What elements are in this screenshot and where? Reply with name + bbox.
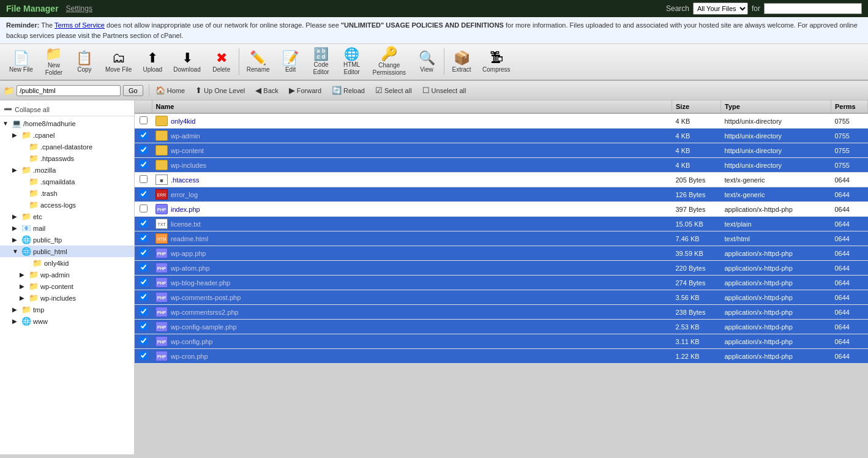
table-row[interactable]: PHP wp-comments-post.php 3.56 KB applica… [135, 290, 868, 305]
new-folder-button[interactable]: 📁 NewFolder [39, 44, 69, 80]
table-row[interactable]: ERR error_log 126 Bytes text/x-generic 0… [135, 187, 868, 202]
table-row[interactable]: only4kid 4 KB httpd/unix-directory 0755 [135, 113, 868, 129]
table-row[interactable]: wp-admin 4 KB httpd/unix-directory 0755 [135, 129, 868, 143]
row-checkbox[interactable] [140, 116, 148, 124]
row-checkbox[interactable] [140, 175, 148, 183]
row-checkbox[interactable] [140, 351, 148, 359]
row-name[interactable]: readme.html [171, 235, 208, 242]
extract-button[interactable]: 📦 Extract [446, 48, 477, 76]
row-name[interactable]: wp-config.php [171, 338, 213, 345]
sidebar-item-www[interactable]: ▶ 🌐 www [0, 315, 134, 327]
upload-button[interactable]: ⬆ Upload [137, 48, 168, 76]
home-button[interactable]: 🏠 Home [151, 84, 189, 97]
sidebar-item-wp-includes[interactable]: ▶ 📁 wp-includes [0, 292, 134, 304]
sidebar-item-root[interactable]: ▼ 💻 /home8/madhurie [0, 118, 134, 129]
compress-button[interactable]: 🗜 Compress [477, 48, 516, 76]
row-checkbox[interactable] [140, 263, 148, 271]
sidebar-item-sqmaildata[interactable]: 📁 .sqmaildata [0, 176, 134, 187]
row-name[interactable]: index.php [171, 206, 200, 213]
download-button[interactable]: ⬇ Download [168, 48, 206, 76]
table-row[interactable]: ◼ .htaccess 205 Bytes text/x-generic 064… [135, 173, 868, 187]
up-one-level-button[interactable]: ⬆ Up One Level [191, 84, 249, 97]
row-checkbox[interactable] [140, 219, 148, 227]
search-input[interactable] [764, 3, 862, 14]
new-file-button[interactable]: 📄 New File [4, 48, 39, 76]
row-name[interactable]: wp-config-sample.php [171, 323, 237, 331]
view-button[interactable]: 🔍 View [411, 48, 442, 76]
search-select[interactable]: All Your Files Public HTML Home Dir [693, 2, 748, 15]
row-checkbox[interactable] [140, 337, 148, 345]
back-button[interactable]: ◀ Back [251, 84, 282, 97]
table-row[interactable]: wp-content 4 KB httpd/unix-directory 075… [135, 143, 868, 158]
row-checkbox[interactable] [140, 322, 148, 330]
row-checkbox[interactable] [140, 278, 148, 286]
go-button[interactable]: Go [123, 85, 143, 96]
code-editor-button[interactable]: 🔡 CodeEditor [306, 45, 337, 79]
table-row[interactable]: PHP wp-config.php 3.11 KB application/x-… [135, 334, 868, 349]
table-row[interactable]: PHP wp-app.php 39.59 KB application/x-ht… [135, 246, 868, 261]
table-row[interactable]: PHP wp-commentsrss2.php 238 Bytes applic… [135, 305, 868, 320]
sidebar-item-public-html[interactable]: ▼ 🌐 public_html [0, 246, 134, 257]
row-name[interactable]: wp-admin [171, 132, 200, 140]
sidebar-item-cpanel[interactable]: ▶ 📁 .cpanel [0, 129, 134, 141]
row-name[interactable]: wp-content [171, 147, 204, 154]
row-name[interactable]: wp-commentsrss2.php [171, 309, 239, 316]
row-checkbox[interactable] [140, 146, 148, 154]
sidebar-item-trash[interactable]: 📁 .trash [0, 187, 134, 199]
row-checkbox[interactable] [140, 307, 148, 315]
row-name[interactable]: license.txt [171, 220, 201, 228]
tos-link[interactable]: Terms of Service [54, 21, 105, 29]
row-checkbox[interactable] [140, 234, 148, 242]
sidebar-item-cpanel-datastore[interactable]: 📁 .cpanel-datastore [0, 141, 134, 152]
row-name[interactable]: wp-cron.php [171, 353, 208, 360]
row-checkbox[interactable] [140, 205, 148, 212]
sidebar-item-htpasswds[interactable]: 📁 .htpasswds [0, 152, 134, 164]
col-type[interactable]: Type [721, 100, 831, 113]
table-row[interactable]: wp-includes 4 KB httpd/unix-directory 07… [135, 158, 868, 173]
table-row[interactable]: HTM readme.html 7.46 KB text/html 0644 [135, 231, 868, 246]
col-name[interactable]: Name [152, 100, 672, 113]
sidebar-item-mail[interactable]: ▶ 📧 mail [0, 222, 134, 234]
table-row[interactable]: PHP index.php 397 Bytes application/x-ht… [135, 202, 868, 217]
html-editor-button[interactable]: 🌐 HTMLEditor [337, 45, 367, 79]
row-name[interactable]: wp-app.php [171, 250, 206, 257]
delete-button[interactable]: ✖ Delete [206, 48, 237, 76]
table-row[interactable]: PHP wp-blog-header.php 274 Bytes applica… [135, 276, 868, 290]
row-checkbox[interactable] [140, 160, 148, 168]
sidebar-item-public-ftp[interactable]: ▶ 🌐 public_ftp [0, 234, 134, 246]
row-name[interactable]: error_log [171, 191, 198, 198]
rename-button[interactable]: ✏️ Rename [241, 48, 275, 76]
edit-button[interactable]: 📝 Edit [275, 48, 306, 76]
settings-link[interactable]: Settings [66, 4, 92, 13]
select-all-button[interactable]: ☑ Select all [371, 84, 416, 97]
table-row[interactable]: PHP wp-config-sample.php 2.53 KB applica… [135, 320, 868, 334]
unselect-all-button[interactable]: ☐ Unselect all [418, 84, 471, 97]
copy-button[interactable]: 📋 Copy [69, 48, 100, 76]
row-name[interactable]: wp-atom.php [171, 265, 210, 272]
forward-button[interactable]: ▶ Forward [285, 84, 326, 97]
reload-button[interactable]: 🔄 Reload [327, 84, 369, 97]
row-name[interactable]: only4kid [171, 118, 195, 125]
row-name[interactable]: wp-includes [171, 162, 206, 169]
path-input[interactable] [17, 85, 121, 96]
change-permissions-button[interactable]: 🔑 ChangePermissions [367, 44, 411, 80]
sidebar-item-tmp[interactable]: ▶ 📁 tmp [0, 304, 134, 315]
table-row[interactable]: PHP wp-atom.php 220 Bytes application/x-… [135, 261, 868, 276]
collapse-all-button[interactable]: ➖ Collapse all [0, 103, 134, 116]
sidebar-item-mozilla[interactable]: ▶ 📁 .mozilla [0, 164, 134, 176]
row-checkbox[interactable] [140, 131, 148, 139]
row-checkbox[interactable] [140, 249, 148, 257]
col-size[interactable]: Size [672, 100, 721, 113]
col-perms[interactable]: Perms [831, 100, 868, 113]
sidebar-item-etc[interactable]: ▶ 📁 etc [0, 211, 134, 222]
table-row[interactable]: PHP wp-cron.php 1.22 KB application/x-ht… [135, 349, 868, 364]
row-name[interactable]: .htaccess [171, 176, 199, 184]
row-checkbox[interactable] [140, 190, 148, 198]
sidebar-item-access-logs[interactable]: 📁 access-logs [0, 199, 134, 211]
sidebar-item-only4kid[interactable]: 📁 only4kid [0, 257, 134, 269]
sidebar-item-wp-admin[interactable]: ▶ 📁 wp-admin [0, 269, 134, 280]
row-name[interactable]: wp-comments-post.php [171, 294, 241, 301]
move-file-button[interactable]: 🗂 Move File [100, 48, 137, 76]
row-name[interactable]: wp-blog-header.php [171, 279, 230, 287]
table-row[interactable]: TXT license.txt 15.05 KB text/plain 0644 [135, 217, 868, 231]
